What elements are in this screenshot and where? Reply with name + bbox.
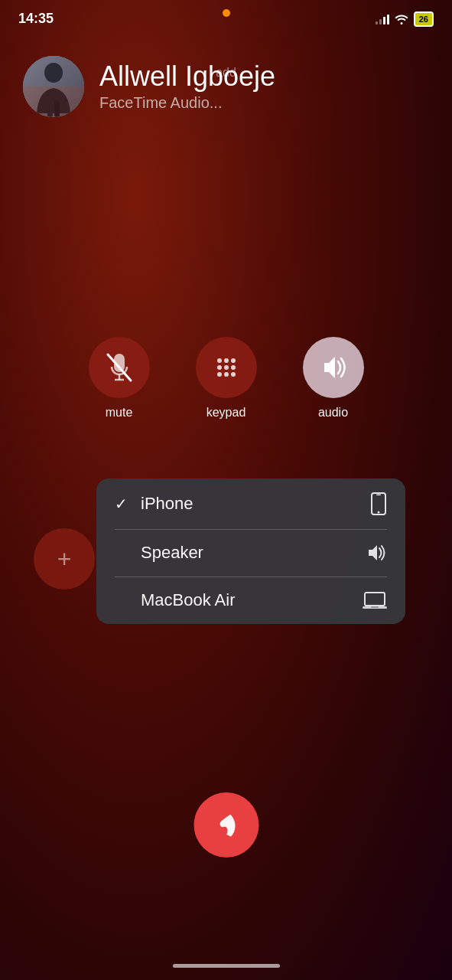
- caller-status: FaceTime Audio...: [99, 94, 429, 112]
- svg-point-15: [217, 372, 222, 377]
- caller-name: Allwell Igboeje: [99, 61, 429, 92]
- svg-point-13: [224, 365, 229, 370]
- audio-option-speaker[interactable]: ✓ Speaker: [96, 529, 405, 577]
- svg-point-12: [217, 365, 222, 370]
- status-time: 14:35: [18, 11, 54, 27]
- plus-icon: +: [57, 545, 72, 573]
- caller-section: Allwell Igboeje FaceTime Audio...: [0, 33, 452, 132]
- signal-icon: [376, 14, 389, 24]
- mute-button[interactable]: mute: [89, 337, 150, 420]
- svg-point-11: [231, 358, 236, 363]
- svg-point-10: [224, 358, 229, 363]
- svg-rect-5: [23, 87, 84, 117]
- audio-option-iphone[interactable]: ✓ iPhone: [96, 479, 405, 529]
- wifi-icon: [394, 14, 409, 24]
- caller-info: Allwell Igboeje FaceTime Audio...: [99, 61, 429, 113]
- speaker-icon: [366, 543, 387, 563]
- avatar: [23, 56, 84, 117]
- keypad-circle[interactable]: [196, 337, 257, 398]
- macbook-label: MacBook Air: [141, 590, 236, 610]
- mute-circle[interactable]: [89, 337, 150, 398]
- add-call-button[interactable]: +: [34, 528, 95, 590]
- svg-point-2: [44, 63, 63, 83]
- checkmark-iphone: ✓: [115, 495, 130, 513]
- svg-point-17: [231, 372, 236, 377]
- end-call-button[interactable]: [193, 792, 259, 858]
- home-indicator: [173, 964, 280, 968]
- add-label: add: [216, 66, 236, 80]
- audio-circle[interactable]: [303, 337, 364, 398]
- audio-dropdown: ✓ iPhone ✓ Speaker ✓: [96, 479, 405, 624]
- svg-point-16: [224, 372, 229, 377]
- svg-rect-23: [371, 606, 379, 608]
- audio-option-macbook[interactable]: ✓ MacBook Air: [96, 577, 405, 624]
- svg-point-9: [217, 358, 222, 363]
- keypad-label: keypad: [206, 406, 246, 420]
- svg-point-14: [231, 365, 236, 370]
- iphone-icon: [370, 492, 387, 515]
- svg-point-19: [378, 511, 380, 514]
- status-icons: 26: [376, 11, 434, 27]
- battery-icon: 26: [414, 11, 434, 27]
- svg-rect-20: [376, 495, 381, 496]
- mute-label: mute: [106, 406, 133, 420]
- macbook-icon: [363, 591, 387, 609]
- controls-area: mute keypad: [0, 337, 452, 420]
- audio-label: audio: [318, 406, 348, 420]
- speaker-label: Speaker: [141, 543, 203, 563]
- keypad-button[interactable]: keypad: [196, 337, 257, 420]
- audio-button[interactable]: audio: [303, 337, 364, 420]
- svg-rect-21: [365, 593, 385, 606]
- status-bar: 14:35 26: [0, 0, 452, 33]
- iphone-label: iPhone: [141, 494, 193, 514]
